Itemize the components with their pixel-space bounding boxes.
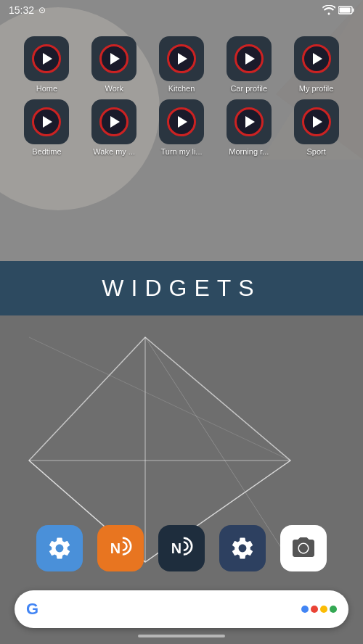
app-icon-car-profile	[227, 36, 272, 81]
status-bar: 15:32 ⊙	[0, 0, 363, 20]
app-label-kitchen: Kitchen	[168, 84, 195, 94]
app-icon-kitchen	[159, 36, 204, 81]
app-item-car-profile[interactable]: Car profile	[216, 36, 281, 94]
app-icon-home	[24, 36, 69, 81]
app-label-sport: Sport	[306, 147, 325, 157]
dot-yellow	[320, 606, 327, 613]
app-label-morning-r: Morning r...	[229, 147, 269, 157]
app-label-bedtime: Bedtime	[32, 147, 61, 157]
svg-line-9	[29, 337, 290, 461]
svg-text:N: N	[171, 540, 182, 556]
app-item-home[interactable]: Home	[15, 36, 79, 94]
dot-red	[311, 606, 318, 613]
battery-icon	[338, 6, 354, 15]
google-search-bar[interactable]: G	[15, 590, 348, 628]
status-left: 15:32 ⊙	[9, 4, 46, 16]
wifi-icon	[322, 5, 335, 15]
dot-blue	[301, 606, 309, 613]
app-label-work: Work	[105, 84, 123, 94]
status-time: 15:32	[9, 4, 34, 16]
dock-row: N N	[0, 525, 363, 571]
camera-button[interactable]	[280, 525, 327, 571]
app-icon-morning-r	[227, 99, 272, 144]
status-right	[322, 5, 354, 15]
widgets-title: WIDGETS	[102, 275, 261, 302]
widgets-section: WIDGETS	[0, 261, 363, 315]
app-item-morning-r[interactable]: Morning r...	[216, 99, 281, 157]
location-icon: ⊙	[38, 5, 46, 15]
svg-rect-1	[353, 9, 354, 12]
google-logo-g: G	[26, 600, 38, 619]
svg-text:N: N	[110, 540, 121, 556]
svg-rect-2	[340, 8, 351, 13]
apps-grid: Home Work Kitchen Car profile My profile	[0, 29, 363, 164]
nfc-dark-button[interactable]: N	[158, 525, 205, 571]
app-icon-my-profile	[294, 36, 339, 81]
app-icon-bedtime	[24, 99, 69, 144]
app-icon-sport	[294, 99, 339, 144]
app-label-turn-my: Turn my li...	[160, 147, 202, 157]
app-icon-turn-my	[159, 99, 204, 144]
gear-dark-button[interactable]	[219, 525, 266, 571]
nav-bar	[0, 628, 363, 644]
dot-green	[330, 606, 337, 613]
app-item-work[interactable]: Work	[82, 36, 147, 94]
bottom-section: N N G	[0, 315, 363, 644]
app-label-wake-my: Wake my ...	[93, 147, 135, 157]
app-label-car-profile: Car profile	[230, 84, 267, 94]
app-item-bedtime[interactable]: Bedtime	[15, 99, 79, 157]
app-label-home: Home	[36, 84, 57, 94]
app-item-turn-my[interactable]: Turn my li...	[150, 99, 214, 157]
app-icon-wake-my	[91, 99, 136, 144]
app-item-sport[interactable]: Sport	[284, 99, 348, 157]
top-section: Home Work Kitchen Car profile My profile	[0, 0, 363, 261]
app-item-wake-my[interactable]: Wake my ...	[82, 99, 147, 157]
app-label-my-profile: My profile	[299, 84, 334, 94]
nav-home-pill[interactable]	[138, 635, 225, 637]
app-item-my-profile[interactable]: My profile	[284, 36, 348, 94]
google-multicolor-dots	[301, 606, 337, 613]
settings-icon-button[interactable]	[36, 525, 83, 571]
nfc-orange-button[interactable]: N	[97, 525, 144, 571]
app-icon-work	[91, 36, 136, 81]
app-item-kitchen[interactable]: Kitchen	[150, 36, 214, 94]
